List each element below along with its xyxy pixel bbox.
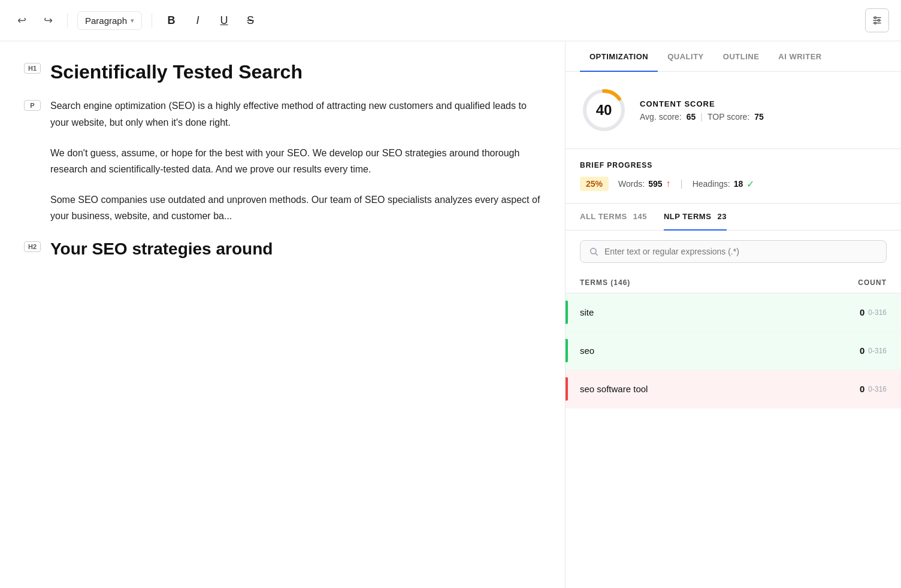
- tab-ai-writer[interactable]: AI WRITER: [769, 41, 831, 72]
- toolbar-divider2: [152, 13, 152, 28]
- redo-button[interactable]: ↪: [38, 11, 58, 30]
- terms-tabs: ALL TERMS 145 NLP TERMS 23: [566, 204, 901, 231]
- score-details: CONTENT SCORE Avg. score: 65 | TOP score…: [640, 99, 887, 122]
- score-number: 40: [596, 102, 612, 119]
- top-value: 75: [754, 112, 764, 122]
- right-panel: OPTIMIZATION QUALITY OUTLINE AI WRITER 4…: [566, 41, 901, 588]
- top-label: TOP score:: [708, 112, 749, 122]
- term-count-seo-software-tool: 0 0-316: [860, 384, 887, 394]
- settings-button[interactable]: [865, 8, 889, 32]
- search-wrap: [566, 231, 901, 272]
- terms-table: TERMS (146) COUNT site 0 0-316 seo 0 0-3…: [566, 272, 901, 588]
- block-row-p1: P Search engine optimization (SEO) is a …: [24, 98, 541, 130]
- chevron-down-icon: ▾: [131, 17, 134, 25]
- score-circle: 40: [580, 86, 628, 134]
- all-terms-count: 145: [633, 212, 647, 221]
- score-meta: Avg. score: 65 | TOP score: 75: [640, 112, 887, 122]
- svg-point-3: [875, 17, 876, 19]
- block-row-h2: H2 Your SEO strategies around: [24, 239, 541, 259]
- terms-table-header: TERMS (146) COUNT: [566, 272, 901, 293]
- h2-heading[interactable]: Your SEO strategies around: [50, 239, 273, 259]
- term-row-seo[interactable]: seo 0 0-316: [566, 332, 901, 370]
- search-input[interactable]: [604, 247, 878, 256]
- strikethrough-button[interactable]: S: [241, 11, 260, 30]
- block-label-h1: H1: [24, 63, 41, 74]
- term-name-seo-software-tool: seo software tool: [580, 384, 648, 394]
- headings-value: 18: [734, 179, 743, 189]
- term-row-seo-software-tool[interactable]: seo software tool 0 0-316: [566, 370, 901, 408]
- score-separator: |: [700, 112, 703, 122]
- paragraph-3[interactable]: Some SEO companies use outdated and unpr…: [50, 192, 541, 224]
- avg-value: 65: [687, 112, 696, 122]
- svg-point-8: [591, 248, 596, 254]
- headings-stat: Headings: 18 ✓: [693, 178, 755, 190]
- row-indicator-green: [566, 301, 568, 324]
- h1-heading[interactable]: Scientifically Tested Search: [50, 60, 303, 83]
- search-input-row: [580, 240, 887, 263]
- top-tabs: OPTIMIZATION QUALITY OUTLINE AI WRITER: [566, 41, 901, 72]
- tab-outline[interactable]: OUTLINE: [713, 41, 769, 72]
- term-count-site: 0 0-316: [860, 307, 887, 317]
- italic-button[interactable]: I: [188, 11, 207, 30]
- words-label: Words:: [618, 179, 645, 189]
- svg-point-5: [875, 22, 876, 24]
- paragraph-2[interactable]: We don't guess, assume, or hope for the …: [50, 145, 541, 177]
- content-score-section: 40 CONTENT SCORE Avg. score: 65 | TOP sc…: [566, 72, 901, 149]
- undo-button[interactable]: ↩: [12, 11, 31, 30]
- svg-point-4: [878, 20, 880, 22]
- underline-button[interactable]: U: [214, 11, 234, 30]
- arrow-up-icon: ↑: [666, 178, 670, 189]
- bold-button[interactable]: B: [162, 11, 181, 30]
- check-icon: ✓: [746, 178, 754, 190]
- brief-separator: |: [680, 178, 682, 189]
- block-label-p1: P: [24, 100, 41, 111]
- tab-all-terms[interactable]: ALL TERMS 145: [580, 204, 647, 231]
- term-row-site[interactable]: site 0 0-316: [566, 293, 901, 332]
- count-label: COUNT: [858, 278, 887, 287]
- svg-line-9: [595, 253, 598, 256]
- terms-label: TERMS (146): [580, 278, 630, 287]
- paragraph-select[interactable]: Paragraph ▾: [77, 11, 142, 30]
- tab-optimization[interactable]: OPTIMIZATION: [580, 41, 658, 72]
- score-row: 40 CONTENT SCORE Avg. score: 65 | TOP sc…: [580, 86, 887, 134]
- term-name-site: site: [580, 307, 594, 317]
- block-row-h1: H1 Scientifically Tested Search: [24, 60, 541, 83]
- brief-row: 25% Words: 595 ↑ | Headings: 18 ✓: [580, 177, 887, 191]
- words-stat: Words: 595 ↑: [618, 178, 670, 189]
- score-title: CONTENT SCORE: [640, 99, 887, 108]
- brief-title: BRIEF PROGRESS: [580, 161, 887, 169]
- paragraph-1[interactable]: Search engine optimization (SEO) is a hi…: [50, 98, 541, 130]
- row-indicator-green2: [566, 339, 568, 362]
- tab-nlp-terms[interactable]: NLP TERMS 23: [664, 204, 727, 231]
- nlp-terms-count: 23: [718, 212, 727, 221]
- headings-label: Headings:: [693, 179, 730, 189]
- term-name-seo: seo: [580, 345, 594, 356]
- row-indicator-red: [566, 377, 568, 401]
- search-icon: [589, 247, 598, 256]
- block-row-p3: P Some SEO companies use outdated and un…: [24, 192, 541, 224]
- block-row-p2: P We don't guess, assume, or hope for th…: [24, 145, 541, 177]
- toolbar-divider: [67, 13, 68, 28]
- avg-label: Avg. score:: [640, 112, 682, 122]
- tab-quality[interactable]: QUALITY: [658, 41, 713, 72]
- percentage-badge: 25%: [580, 177, 609, 191]
- block-label-h2: H2: [24, 241, 41, 252]
- toolbar: ↩ ↪ Paragraph ▾ B I U S: [0, 0, 901, 41]
- words-value: 595: [648, 179, 662, 189]
- term-count-seo: 0 0-316: [860, 345, 887, 356]
- editor-panel: H1 Scientifically Tested Search P Search…: [0, 41, 566, 588]
- brief-progress-section: BRIEF PROGRESS 25% Words: 595 ↑ | Headin…: [566, 149, 901, 204]
- main-layout: H1 Scientifically Tested Search P Search…: [0, 41, 901, 588]
